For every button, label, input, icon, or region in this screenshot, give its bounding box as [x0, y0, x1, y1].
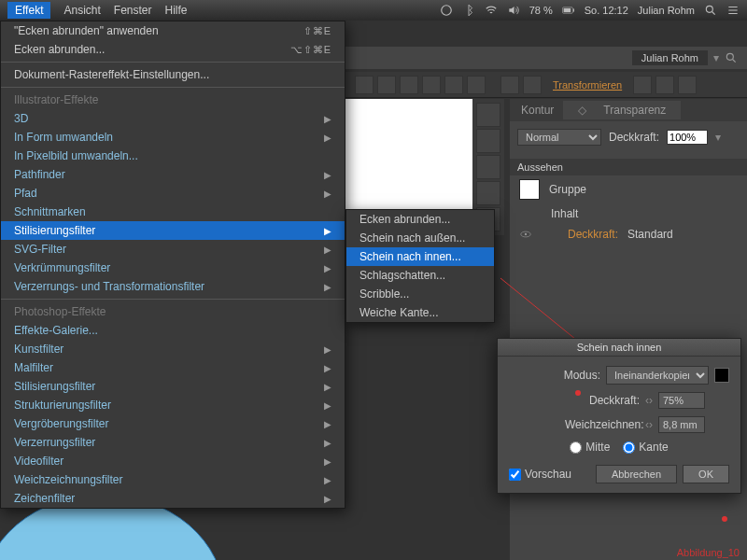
effekt-dropdown: "Ecken abrunden" anwenden⇧⌘E Ecken abrun… — [0, 21, 345, 509]
svg-point-5 — [726, 53, 733, 60]
bluetooth-icon[interactable] — [462, 4, 475, 17]
menu-fx-gallery[interactable]: Effekte-Galerie... — [1, 321, 345, 340]
wifi-icon[interactable] — [485, 4, 498, 17]
align-btn[interactable] — [444, 76, 463, 94]
menu-pixelate[interactable]: Vergröberungsfilter▶ — [1, 414, 345, 433]
annotation-dot — [575, 390, 581, 396]
radio-edge[interactable]: Kante — [623, 441, 668, 454]
menu-fenster[interactable]: Fenster — [114, 4, 152, 17]
menu-ansicht[interactable]: Ansicht — [63, 4, 100, 17]
battery-percent: 78 % — [529, 5, 553, 16]
appearance-opacity-link[interactable]: Deckkraft: — [568, 228, 618, 241]
sub-feather[interactable]: Weiche Kante... — [346, 303, 494, 322]
align-btn[interactable] — [400, 76, 418, 94]
menu-warp[interactable]: Verkrümmungsfilter▶ — [1, 259, 345, 277]
menu-video[interactable]: Videofilter▶ — [1, 452, 345, 470]
align-btn[interactable] — [523, 76, 542, 94]
tool-btn[interactable] — [678, 76, 697, 94]
align-btn[interactable] — [355, 76, 374, 94]
panel-icon[interactable] — [476, 155, 500, 179]
menu-brush[interactable]: Malfilter▶ — [1, 358, 345, 377]
blend-mode-select[interactable]: Normal — [517, 129, 601, 146]
menu-distort-ps[interactable]: Verzerrungsfilter▶ — [1, 433, 345, 452]
menu-texture[interactable]: Strukturierungsfilter▶ — [1, 396, 345, 414]
transform-link[interactable]: Transformieren — [553, 79, 622, 91]
eye-icon[interactable] — [519, 228, 532, 241]
figure-caption: Abbildung_10 — [677, 547, 740, 558]
sub-outer-glow[interactable]: Schein nach außen... — [346, 229, 494, 247]
appearance-opacity-value: Standard — [627, 228, 673, 241]
workspace-user[interactable]: Julian Rohm — [632, 50, 708, 65]
sub-round-corners[interactable]: Ecken abrunden... — [346, 210, 494, 229]
ok-button[interactable]: OK — [683, 465, 729, 483]
sub-scribble[interactable]: Scribble... — [346, 285, 494, 303]
sub-inner-glow[interactable]: Schein nach innen... — [346, 247, 494, 266]
svg-point-4 — [706, 6, 712, 12]
panel-icon[interactable] — [476, 181, 500, 205]
preview-checkbox[interactable]: Vorschau — [509, 468, 571, 481]
annotation-dot — [722, 516, 727, 522]
menu-svg-filter[interactable]: SVG-Filter▶ — [1, 240, 345, 259]
menu-path[interactable]: Pfad▶ — [1, 184, 345, 203]
menubar: Effekt Ansicht Fenster Hilfe 78 % So. 12… — [0, 0, 747, 21]
spotlight-icon[interactable] — [704, 4, 717, 17]
inner-glow-dialog: Schein nach innen Modus: Ineinanderkopie… — [497, 338, 741, 494]
menu-blur[interactable]: Weichzeichnungsfilter▶ — [1, 470, 345, 489]
menu-effekt[interactable]: Effekt — [7, 2, 50, 19]
menubar-user[interactable]: Julian Rohm — [638, 5, 695, 16]
appearance-panel-head[interactable]: Aussehen — [510, 159, 747, 175]
menu-apply-last[interactable]: "Ecken abrunden" anwenden⇧⌘E — [1, 21, 345, 40]
battery-icon[interactable] — [562, 4, 575, 17]
cancel-button[interactable]: Abbrechen — [596, 465, 677, 483]
align-btn[interactable] — [422, 76, 441, 94]
menu-raster-settings[interactable]: Dokument-Rastereffekt-Einstellungen... — [1, 65, 345, 84]
section-photoshop: Photoshop-Effekte — [1, 302, 345, 321]
appearance-content: Inhalt — [551, 207, 578, 220]
appearance-group: Gruppe — [549, 183, 586, 196]
tool-btn[interactable] — [633, 76, 652, 94]
fill-swatch[interactable] — [519, 179, 540, 200]
section-illustrator: Illustrator-Effekte — [1, 91, 345, 109]
menu-hilfe[interactable]: Hilfe — [165, 4, 188, 17]
opacity-input[interactable] — [667, 130, 708, 145]
stylize-submenu: Ecken abrunden... Schein nach außen... S… — [345, 209, 495, 323]
menu-stylize[interactable]: Stilisierungsfilter▶ — [1, 221, 345, 240]
dialog-title: Schein nach innen — [498, 339, 740, 357]
panel-icon[interactable] — [476, 103, 500, 127]
menu-sketch[interactable]: Zeichenfilter▶ — [1, 489, 345, 508]
menu-stylize-ps[interactable]: Stilisierungsfilter▶ — [1, 377, 345, 396]
menu-cropmarks[interactable]: Schnittmarken — [1, 203, 345, 221]
volume-icon[interactable] — [507, 4, 520, 17]
menu-3d[interactable]: 3D▶ — [1, 109, 345, 128]
glow-color-swatch[interactable] — [714, 368, 729, 383]
opacity-input[interactable] — [658, 392, 705, 409]
mode-select[interactable]: Ineinanderkopieren — [606, 366, 709, 385]
tab-transparency[interactable]: ◇Transparenz — [563, 101, 681, 119]
clock[interactable]: So. 12:12 — [585, 5, 628, 16]
search-icon[interactable] — [725, 51, 738, 64]
menu-pathfinder[interactable]: Pathfinder▶ — [1, 165, 345, 184]
panel-icon[interactable] — [476, 129, 500, 153]
menu-rasterize[interactable]: In Pixelbild umwandeln... — [1, 147, 345, 165]
tool-btn[interactable] — [655, 76, 674, 94]
sub-drop-shadow[interactable]: Schlagschatten... — [346, 266, 494, 285]
radio-center[interactable]: Mitte — [570, 441, 610, 454]
align-btn[interactable] — [377, 76, 396, 94]
menu-last-effect[interactable]: Ecken abrunden...⌥⇧⌘E — [1, 40, 345, 59]
panel-tabs: Kontur ◇Transparenz — [510, 99, 747, 121]
menu-artistic[interactable]: Kunstfilter▶ — [1, 340, 345, 358]
svg-point-7 — [525, 233, 527, 235]
opacity-label: Deckkraft: — [609, 131, 659, 144]
svg-rect-3 — [563, 8, 571, 12]
blur-input[interactable] — [658, 416, 705, 433]
svg-point-0 — [441, 6, 451, 16]
menu-icon[interactable] — [726, 4, 740, 17]
tab-stroke[interactable]: Kontur — [514, 101, 561, 119]
menu-convert-shape[interactable]: In Form umwandeln▶ — [1, 128, 345, 147]
siri-icon[interactable] — [440, 4, 453, 17]
menu-distort[interactable]: Verzerrungs- und Transformationsfilter▶ — [1, 277, 345, 296]
svg-rect-2 — [573, 8, 574, 11]
align-btn[interactable] — [467, 76, 486, 94]
align-btn[interactable] — [500, 76, 519, 94]
mode-label: Modus: — [526, 369, 600, 382]
